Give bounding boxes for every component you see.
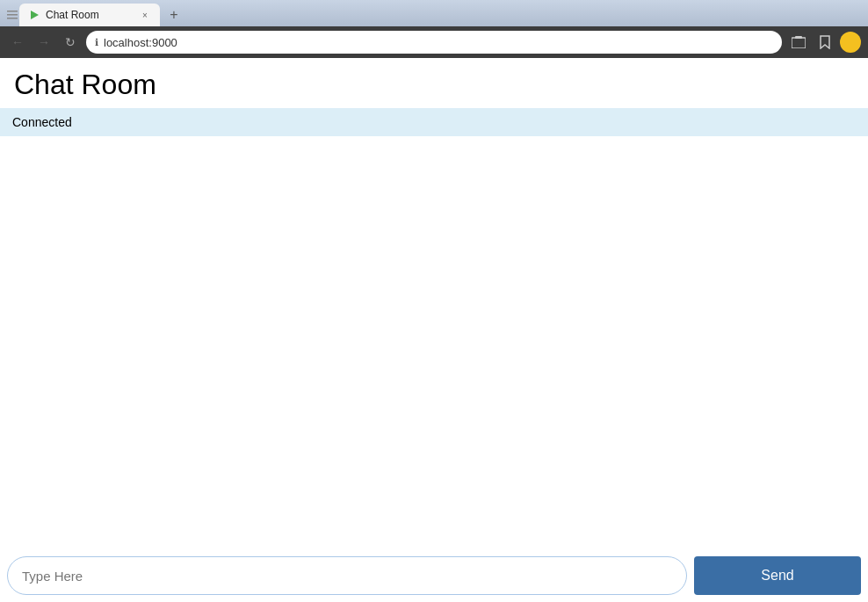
back-button[interactable]: ← xyxy=(7,32,28,53)
profile-avatar[interactable] xyxy=(840,32,861,53)
system-menu-icon[interactable] xyxy=(5,8,19,22)
svg-point-5 xyxy=(843,35,857,49)
chat-area xyxy=(0,136,868,549)
svg-rect-0 xyxy=(7,11,18,12)
connection-status: Connected xyxy=(12,115,72,129)
lock-icon: ℹ xyxy=(95,37,98,48)
forward-button[interactable]: → xyxy=(33,32,54,53)
page-header: Chat Room xyxy=(0,58,868,108)
tab-favicon xyxy=(28,9,40,21)
tab-close-button[interactable]: × xyxy=(139,9,151,21)
tab-title-label: Chat Room xyxy=(46,9,99,21)
bookmark-icon[interactable] xyxy=(814,31,836,54)
status-bar: Connected xyxy=(0,108,868,136)
svg-rect-4 xyxy=(795,36,802,39)
svg-rect-3 xyxy=(792,38,806,48)
screenshot-icon[interactable] xyxy=(787,31,810,54)
address-bar-row: ← → ↻ ℹ localhost:9000 xyxy=(0,26,868,58)
browser-actions xyxy=(787,31,861,54)
tab-bar: Chat Room × + xyxy=(0,0,868,26)
address-bar[interactable]: ℹ localhost:9000 xyxy=(86,31,782,54)
svg-rect-1 xyxy=(7,14,18,16)
svg-rect-2 xyxy=(7,18,18,19)
message-input[interactable] xyxy=(7,556,687,595)
input-area: Send xyxy=(0,549,868,602)
new-tab-button[interactable]: + xyxy=(163,4,184,25)
page-content: Chat Room Connected Send xyxy=(0,58,868,602)
url-display: localhost:9000 xyxy=(104,36,177,49)
browser-chrome: Chat Room × + ← → ↻ ℹ localhost:9000 xyxy=(0,0,868,58)
send-button[interactable]: Send xyxy=(694,556,861,595)
page-title: Chat Room xyxy=(14,69,854,101)
refresh-button[interactable]: ↻ xyxy=(60,32,81,53)
active-tab[interactable]: Chat Room × xyxy=(19,4,160,26)
